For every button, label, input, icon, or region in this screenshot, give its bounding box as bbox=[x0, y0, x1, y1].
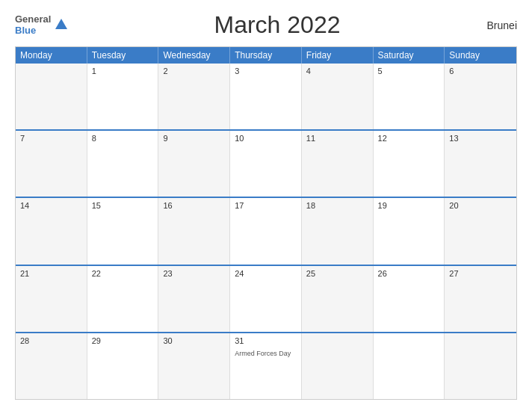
day-number: 12 bbox=[378, 134, 440, 143]
day-cell: 11 bbox=[302, 131, 374, 197]
week-row-5: 28293031Armed Forces Day bbox=[16, 333, 516, 399]
day-number: 6 bbox=[449, 67, 512, 75]
day-number: 17 bbox=[235, 201, 297, 210]
day-cell bbox=[302, 333, 374, 399]
day-number: 15 bbox=[92, 201, 154, 210]
day-cell: 5 bbox=[374, 64, 445, 129]
day-number: 29 bbox=[92, 336, 154, 345]
day-cell: 29 bbox=[87, 333, 159, 399]
day-cell: 16 bbox=[158, 198, 230, 264]
logo-triangle-icon bbox=[55, 19, 67, 29]
day-cell bbox=[445, 333, 516, 399]
day-cell: 18 bbox=[302, 198, 374, 264]
day-cell bbox=[374, 333, 445, 399]
logo: General Blue bbox=[15, 14, 67, 36]
day-cell: 4 bbox=[302, 64, 374, 129]
day-cell: 22 bbox=[87, 266, 159, 332]
country-label: Brunei bbox=[487, 19, 517, 31]
day-event: Armed Forces Day bbox=[235, 350, 291, 357]
day-number: 10 bbox=[235, 134, 297, 143]
day-number: 11 bbox=[306, 134, 368, 143]
day-number: 19 bbox=[378, 201, 440, 210]
calendar: MondayTuesdayWednesdayThursdayFridaySatu… bbox=[15, 46, 517, 400]
day-cell: 24 bbox=[230, 266, 302, 332]
column-header-tuesday: Tuesday bbox=[87, 47, 159, 64]
week-row-4: 21222324252627 bbox=[16, 266, 516, 333]
day-cell bbox=[16, 64, 87, 129]
day-number: 4 bbox=[306, 67, 368, 75]
day-number: 16 bbox=[163, 201, 225, 210]
day-cell: 9 bbox=[158, 131, 230, 197]
day-cell: 23 bbox=[158, 266, 230, 332]
day-cell: 26 bbox=[374, 266, 445, 332]
day-number: 2 bbox=[163, 67, 225, 75]
page-header: General Blue March 2022 Brunei bbox=[15, 11, 517, 39]
column-header-friday: Friday bbox=[302, 47, 374, 64]
day-cell: 8 bbox=[87, 131, 159, 197]
column-header-monday: Monday bbox=[16, 47, 87, 64]
day-cell: 10 bbox=[230, 131, 302, 197]
day-cell: 12 bbox=[374, 131, 445, 197]
week-row-2: 78910111213 bbox=[16, 131, 516, 198]
week-row-1: 123456 bbox=[16, 64, 516, 131]
column-header-thursday: Thursday bbox=[230, 47, 302, 64]
day-number: 3 bbox=[235, 67, 297, 75]
day-cell: 20 bbox=[445, 198, 516, 264]
day-cell: 1 bbox=[87, 64, 159, 129]
day-cell: 19 bbox=[374, 198, 445, 264]
day-number: 9 bbox=[163, 134, 225, 143]
day-number: 30 bbox=[163, 336, 225, 345]
day-number: 21 bbox=[20, 269, 82, 278]
day-number: 14 bbox=[20, 201, 82, 210]
day-cell: 27 bbox=[445, 266, 516, 332]
logo-blue: Blue bbox=[15, 25, 51, 36]
day-number: 27 bbox=[449, 269, 512, 278]
day-cell: 2 bbox=[158, 64, 230, 129]
day-cell: 21 bbox=[16, 266, 87, 332]
day-number: 25 bbox=[306, 269, 368, 278]
day-number: 22 bbox=[92, 269, 154, 278]
day-number: 5 bbox=[378, 67, 440, 75]
day-number: 18 bbox=[306, 201, 368, 210]
day-number: 13 bbox=[449, 134, 512, 143]
day-cell: 17 bbox=[230, 198, 302, 264]
day-number: 31 bbox=[235, 336, 297, 345]
day-cell: 31Armed Forces Day bbox=[230, 333, 302, 399]
column-header-saturday: Saturday bbox=[374, 47, 445, 64]
calendar-header: MondayTuesdayWednesdayThursdayFridaySatu… bbox=[16, 47, 516, 64]
day-number: 1 bbox=[92, 67, 154, 75]
day-cell: 7 bbox=[16, 131, 87, 197]
day-number: 26 bbox=[378, 269, 440, 278]
day-number: 28 bbox=[20, 336, 82, 345]
day-cell: 25 bbox=[302, 266, 374, 332]
day-cell: 15 bbox=[87, 198, 159, 264]
calendar-body: 1234567891011121314151617181920212223242… bbox=[16, 64, 516, 399]
day-cell: 13 bbox=[445, 131, 516, 197]
day-cell: 30 bbox=[158, 333, 230, 399]
calendar-title: March 2022 bbox=[67, 11, 486, 39]
logo-text: General Blue bbox=[15, 14, 51, 36]
week-row-3: 14151617181920 bbox=[16, 198, 516, 265]
day-number: 23 bbox=[163, 269, 225, 278]
day-cell: 28 bbox=[16, 333, 87, 399]
day-number: 24 bbox=[235, 269, 297, 278]
day-cell: 14 bbox=[16, 198, 87, 264]
day-number: 8 bbox=[92, 134, 154, 143]
day-number: 7 bbox=[20, 134, 82, 143]
day-cell: 6 bbox=[445, 64, 516, 129]
day-number: 20 bbox=[449, 201, 512, 210]
logo-general: General bbox=[15, 14, 51, 25]
day-cell: 3 bbox=[230, 64, 302, 129]
column-header-wednesday: Wednesday bbox=[158, 47, 230, 64]
column-header-sunday: Sunday bbox=[445, 47, 516, 64]
